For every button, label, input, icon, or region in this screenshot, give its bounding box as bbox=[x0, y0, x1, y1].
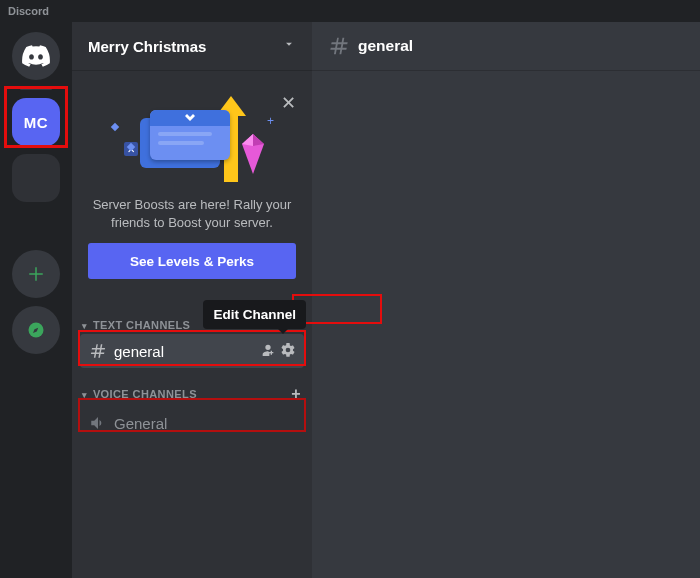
highlight-voice-channel bbox=[78, 398, 306, 432]
boost-card: ✕ ✕ + bbox=[80, 86, 304, 295]
rail-separator bbox=[20, 88, 52, 90]
discord-logo-icon bbox=[22, 45, 50, 67]
chevron-down-icon: ▾ bbox=[82, 321, 87, 331]
svg-marker-3 bbox=[242, 134, 253, 146]
server-folder-slot[interactable] bbox=[12, 154, 60, 202]
explore-servers-button[interactable] bbox=[12, 306, 60, 354]
see-levels-perks-button[interactable]: See Levels & Perks bbox=[88, 243, 296, 279]
channel-panel: Merry Christmas ✕ ✕ bbox=[72, 22, 312, 578]
home-button[interactable] bbox=[12, 32, 60, 80]
server-name: Merry Christmas bbox=[88, 38, 206, 55]
content-channel-title: general bbox=[358, 37, 413, 55]
svg-marker-2 bbox=[253, 134, 264, 146]
plus-icon bbox=[27, 265, 45, 283]
compass-icon bbox=[27, 321, 45, 339]
server-rail: MC bbox=[0, 22, 72, 578]
gear-icon[interactable] bbox=[280, 342, 296, 361]
server-initials: MC bbox=[24, 114, 48, 131]
channel-name: general bbox=[114, 343, 164, 360]
close-icon[interactable]: ✕ bbox=[281, 92, 296, 114]
chevron-down-icon bbox=[282, 37, 296, 55]
server-header[interactable]: Merry Christmas bbox=[72, 22, 312, 70]
create-invite-icon[interactable] bbox=[260, 342, 276, 361]
boost-illustration: ✕ + bbox=[102, 96, 282, 188]
server-button-mc[interactable]: MC bbox=[12, 98, 60, 146]
app-title: Discord bbox=[8, 5, 49, 17]
add-server-button[interactable] bbox=[12, 250, 60, 298]
edit-channel-tooltip: Edit Channel bbox=[203, 300, 306, 329]
titlebar: Discord bbox=[0, 0, 700, 22]
boost-text: Server Boosts are here! Rally your frien… bbox=[90, 196, 294, 231]
category-label: TEXT CHANNELS bbox=[93, 319, 190, 331]
hash-icon bbox=[328, 35, 350, 57]
text-channel-general[interactable]: general bbox=[80, 334, 304, 368]
content-header: general bbox=[312, 22, 700, 70]
hash-icon bbox=[88, 342, 108, 360]
content-area: general bbox=[312, 22, 700, 578]
